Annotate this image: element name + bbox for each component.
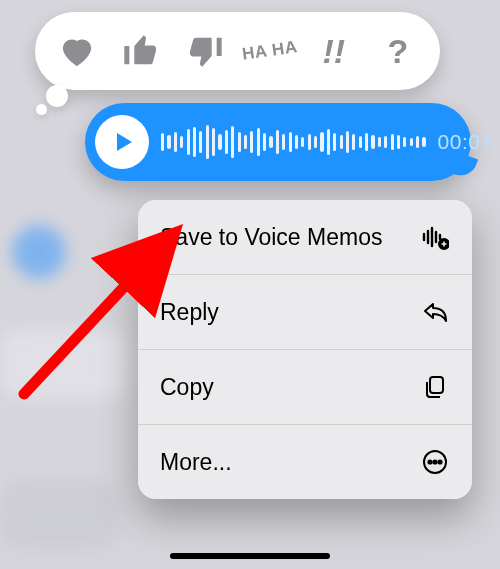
tapback-tail <box>36 104 47 115</box>
menu-item-label: More... <box>160 449 232 475</box>
play-button[interactable] <box>95 115 149 169</box>
question-icon: ? <box>387 32 408 71</box>
voice-message-bubble[interactable]: 00:07 <box>85 103 471 181</box>
thumbs-up-icon <box>121 31 161 71</box>
background-blob <box>0 330 130 398</box>
haha-icon: HA HA <box>241 39 298 63</box>
tapback-question[interactable]: ? <box>369 22 427 80</box>
exclaim-icon: !! <box>322 32 345 71</box>
svg-point-10 <box>428 460 431 463</box>
audio-duration: 00:07 <box>438 130 493 154</box>
tapback-heart[interactable] <box>48 22 106 80</box>
waveform-add-icon <box>420 223 450 251</box>
heart-icon <box>57 31 97 71</box>
background-blob <box>0 480 120 550</box>
screenshot-stage: HA HA !! ? 00:07 Save to Voice Memos <box>0 0 500 569</box>
reply-icon <box>420 298 450 326</box>
menu-item-label: Copy <box>160 374 214 400</box>
menu-item-label: Reply <box>160 299 219 325</box>
home-indicator[interactable] <box>170 553 330 559</box>
tapback-tail <box>46 85 68 107</box>
menu-item-save-voice-memos[interactable]: Save to Voice Memos <box>138 200 472 275</box>
tapback-reaction-bar: HA HA !! ? <box>35 12 440 90</box>
svg-point-12 <box>438 460 441 463</box>
audio-waveform <box>161 122 426 162</box>
tapback-exclaim[interactable]: !! <box>305 22 363 80</box>
menu-item-reply[interactable]: Reply <box>138 275 472 350</box>
tapback-thumbs-up[interactable] <box>112 22 170 80</box>
thumbs-down-icon <box>185 31 225 71</box>
more-icon <box>420 448 450 476</box>
tapback-haha[interactable]: HA HA <box>241 22 299 80</box>
context-menu: Save to Voice Memos Reply <box>138 200 472 499</box>
svg-rect-8 <box>430 377 443 393</box>
play-icon <box>112 130 136 154</box>
tapback-thumbs-down[interactable] <box>176 22 234 80</box>
copy-icon <box>420 373 450 401</box>
svg-point-11 <box>433 460 436 463</box>
menu-item-label: Save to Voice Memos <box>160 224 382 250</box>
menu-item-copy[interactable]: Copy <box>138 350 472 425</box>
menu-item-more[interactable]: More... <box>138 425 472 499</box>
background-blob <box>12 225 66 279</box>
